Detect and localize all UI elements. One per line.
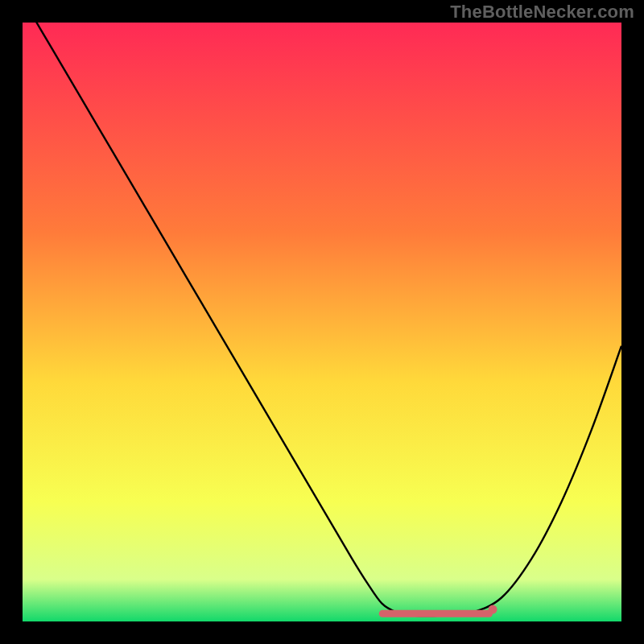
chart-frame: TheBottleNecker.com xyxy=(0,0,644,644)
gradient-background xyxy=(23,23,621,621)
plot-area xyxy=(23,23,621,621)
optimal-dot xyxy=(489,605,497,614)
chart-svg xyxy=(23,23,621,621)
watermark-text: TheBottleNecker.com xyxy=(450,2,634,23)
optimal-band xyxy=(379,610,493,617)
